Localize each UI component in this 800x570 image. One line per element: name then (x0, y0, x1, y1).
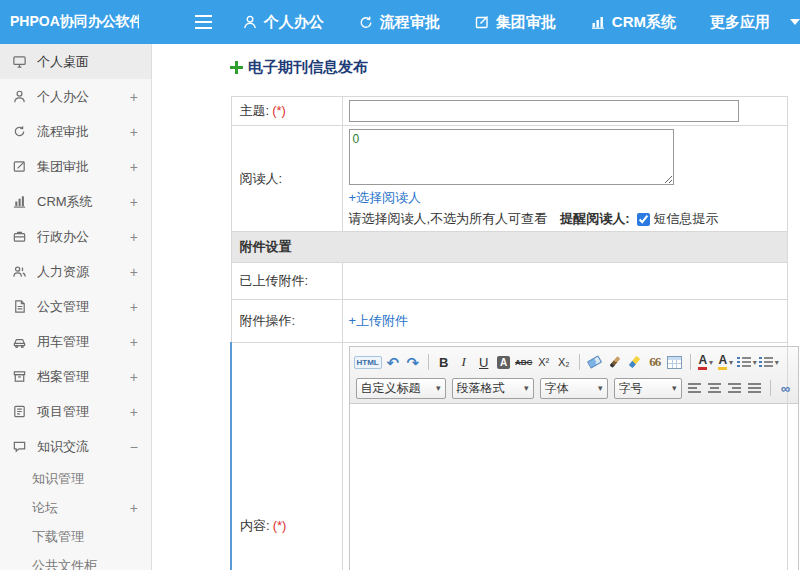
expand-indicator[interactable]: + (130, 500, 138, 516)
italic-icon[interactable]: I (455, 352, 473, 372)
app-logo: PHPOA协同办公软件 (0, 13, 139, 31)
heading-select[interactable]: 自定义标题▾ (356, 378, 446, 399)
nav-crm[interactable]: CRM系统 (590, 13, 676, 32)
readers-hint: 请选择阅读人,不选为所有人可查看 (349, 210, 548, 228)
upload-attachment-link[interactable]: +上传附件 (349, 312, 409, 330)
sidebar-item-label: 项目管理 (37, 403, 89, 421)
chevron-down-icon: ▾ (598, 383, 603, 393)
remind-readers-label: 提醒阅读人: (560, 210, 629, 228)
sidebar-item-knowledge-exchange[interactable]: 知识交流 − (0, 429, 151, 464)
page-title-text: 电子期刊信息发布 (248, 58, 368, 77)
expand-indicator[interactable]: + (130, 369, 138, 385)
expand-indicator[interactable]: − (130, 439, 138, 455)
unordered-list-icon[interactable]: ▾ (759, 352, 779, 372)
nav-group-approval[interactable]: 集团审批 (474, 13, 556, 32)
format-brush-icon[interactable] (606, 352, 624, 372)
subject-label: 主题: (240, 103, 270, 118)
expand-indicator[interactable]: + (130, 89, 138, 105)
sidebar-item-archive-mgmt[interactable]: 档案管理 + (0, 359, 151, 394)
editor-body[interactable] (350, 404, 798, 570)
uploaded-label: 已上传附件: (231, 263, 342, 300)
subscript-icon[interactable]: X₂ (555, 352, 573, 372)
content-label: 内容: (240, 518, 270, 533)
cycle-icon (358, 14, 374, 30)
chevron-down-icon[interactable] (790, 19, 800, 25)
sidebar-item-download-mgmt[interactable]: 下载管理 (0, 522, 151, 551)
sidebar-item-crm[interactable]: CRM系统 + (0, 184, 151, 219)
highlight-color-icon[interactable]: A▾ (717, 352, 735, 372)
sidebar-item-group-approval[interactable]: 集团审批 + (0, 149, 151, 184)
toolbar-separator (770, 380, 771, 396)
sidebar-item-personal-office[interactable]: 个人办公 + (0, 79, 151, 114)
align-center-icon[interactable] (706, 378, 724, 398)
align-left-icon[interactable] (686, 378, 704, 398)
sidebar-item-label: 公文管理 (37, 298, 89, 316)
highlighter-icon[interactable] (626, 352, 644, 372)
attachment-operation-row: 附件操作: +上传附件 (231, 300, 788, 343)
nav-workflow-approval[interactable]: 流程审批 (358, 13, 440, 32)
edit-square-icon (12, 159, 29, 174)
expand-indicator[interactable]: + (130, 264, 138, 280)
font-name-icon[interactable]: A (495, 352, 513, 372)
nav-personal-office[interactable]: 个人办公 (242, 13, 324, 32)
publish-form: 主题:(*) 阅读人: 0 +选择阅读人 请选择阅读人,不选为所有人可查看 提醒… (230, 96, 788, 570)
nav-more-apps[interactable]: 更多应用 (710, 13, 800, 32)
subject-input[interactable] (349, 100, 739, 122)
bar-chart-icon (590, 14, 606, 30)
clipboard-icon (12, 404, 29, 419)
attachment-section-title: 附件设置 (231, 232, 788, 263)
editor-toolbar-row2: 自定义标题▾段落格式▾字体▾字号▾∞ (353, 375, 795, 401)
align-right-icon[interactable] (726, 378, 744, 398)
sidebar-subitem-label: 公共文件柜 (32, 557, 97, 570)
sidebar-item-document-mgmt[interactable]: 公文管理 + (0, 289, 151, 324)
expand-indicator[interactable]: + (130, 404, 138, 420)
link-icon[interactable]: ∞ (777, 378, 795, 398)
font-family-select[interactable]: 字体▾ (540, 378, 608, 399)
sidebar-item-personal-desktop[interactable]: 个人桌面 (0, 44, 151, 79)
sidebar-item-vehicle-mgmt[interactable]: 用车管理 + (0, 324, 151, 359)
sidebar-subitem-label: 知识管理 (32, 470, 84, 488)
expand-indicator[interactable]: + (130, 124, 138, 140)
chevron-down-icon: ▾ (729, 358, 733, 367)
expand-indicator[interactable]: + (130, 194, 138, 210)
sidebar: 个人桌面 个人办公 + 流程审批 + 集团审批 + (0, 44, 152, 570)
eraser-icon[interactable] (586, 352, 604, 372)
nav-label: 个人办公 (264, 13, 324, 32)
table-icon[interactable] (666, 352, 684, 372)
expand-indicator[interactable]: + (130, 334, 138, 350)
menu-toggle-icon[interactable] (195, 15, 211, 29)
expand-indicator[interactable]: + (130, 229, 138, 245)
expand-indicator[interactable]: + (130, 299, 138, 315)
undo-icon[interactable]: ↶ (384, 352, 402, 372)
editor-toolbar-row1: HTML↶↷BIUAABCX²X₂66A▾A▾▾▾ (353, 349, 795, 375)
sidebar-item-workflow-approval[interactable]: 流程审批 + (0, 114, 151, 149)
sidebar-item-admin-office[interactable]: 行政办公 + (0, 219, 151, 254)
sidebar-item-knowledge-mgmt[interactable]: 知识管理 (0, 464, 151, 493)
font-color-icon[interactable]: A▾ (697, 352, 715, 372)
subject-row: 主题:(*) (231, 97, 788, 126)
expand-indicator[interactable]: + (130, 159, 138, 175)
paragraph-select[interactable]: 段落格式▾ (452, 378, 534, 399)
align-justify-icon[interactable] (746, 378, 764, 398)
underline-icon[interactable]: U (475, 352, 493, 372)
readers-textarea[interactable]: 0 (349, 129, 674, 185)
sidebar-item-project-mgmt[interactable]: 项目管理 + (0, 394, 151, 429)
toolbar-separator (579, 354, 580, 370)
redo-icon[interactable]: ↷ (404, 352, 422, 372)
blockquote-icon[interactable]: 66 (646, 352, 664, 372)
readers-label-cell: 阅读人: (231, 126, 342, 232)
ordered-list-icon[interactable]: ▾ (737, 352, 757, 372)
content-label-cell: 内容:(*) (231, 343, 342, 570)
sms-checkbox[interactable] (637, 213, 650, 226)
sidebar-item-forum[interactable]: 论坛 + (0, 493, 151, 522)
readers-row: 阅读人: 0 +选择阅读人 请选择阅读人,不选为所有人可查看 提醒阅读人: 短信… (231, 126, 788, 232)
bold-icon[interactable]: B (435, 352, 453, 372)
font-size-select[interactable]: 字号▾ (614, 378, 682, 399)
strikethrough-icon[interactable]: ABC (515, 352, 533, 372)
sidebar-item-hr[interactable]: 人力资源 + (0, 254, 151, 289)
superscript-icon[interactable]: X² (535, 352, 553, 372)
source-code-icon[interactable]: HTML (354, 352, 382, 372)
select-readers-link[interactable]: +选择阅读人 (349, 189, 422, 207)
sidebar-item-label: 集团审批 (37, 158, 89, 176)
sidebar-item-public-file-cabinet[interactable]: 公共文件柜 (0, 551, 151, 570)
